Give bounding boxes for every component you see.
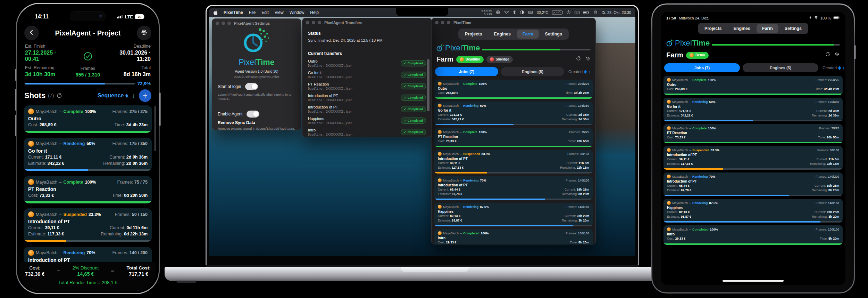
close-icon[interactable] — [435, 21, 439, 24]
menubar-clock[interactable]: Di. 28. Okt. 23:30 — [601, 10, 631, 15]
job-card[interactable]: MayaBatch – Complete 100% Frames: 275/27… — [663, 76, 843, 95]
traffic-lights[interactable] — [435, 21, 450, 24]
scrollbar[interactable] — [427, 59, 429, 111]
shot-card[interactable]: MayaBatch – Suspended 33.3% Frames: 50 /… — [24, 208, 152, 242]
back-button[interactable] — [24, 26, 39, 40]
jobs-list[interactable]: MayaBatch – Complete 100% Frames: 275/27… — [432, 78, 595, 244]
menu-item[interactable]: Window — [290, 10, 304, 15]
home-indicator[interactable] — [723, 280, 784, 282]
jobs-tab[interactable]: Jobs (7) — [435, 67, 498, 76]
engines-tab[interactable]: Engines (5) — [743, 63, 818, 72]
close-icon[interactable] — [216, 22, 219, 25]
transfer-row[interactable]: PT Reaction Deadline: DXXXXXXXX5.json ✓C… — [308, 82, 426, 90]
display-contrast-icon[interactable] — [520, 10, 524, 15]
transfer-row[interactable]: Introduction of PT Deadline: DXXXXXXXX4.… — [308, 94, 426, 102]
transfer-row[interactable]: Introduction of PT Deadline: DXXXXXXXX3.… — [308, 105, 426, 113]
window-titlebar[interactable]: PixelAgent Transfers — [302, 18, 432, 27]
sort-control[interactable]: Created ↑ — [821, 65, 845, 71]
sort-direction-icon[interactable]: ↑ — [588, 69, 591, 74]
shot-card[interactable]: MayaBatch – Complete 100% Frames: 275 / … — [24, 105, 152, 133]
menu-item[interactable]: File — [249, 10, 256, 15]
job-card[interactable]: MayaBatch – Suspended 33.3% Frames: 50/1… — [663, 146, 843, 170]
keyboard-icon[interactable] — [575, 11, 579, 14]
engines-tab[interactable]: Engines (5) — [501, 67, 564, 76]
jobs-tab[interactable]: Jobs (7) — [664, 63, 740, 72]
job-card[interactable]: MayaBatch – Complete 100% Frames: 275/27… — [434, 80, 593, 99]
gear-icon[interactable] — [585, 56, 591, 63]
iphone-volume-down-button[interactable] — [15, 115, 16, 136]
tab[interactable]: Farm — [757, 24, 778, 33]
transfer-row[interactable]: Go for it Deadline: DXXXXXXXX6.json ✓Com… — [308, 71, 426, 79]
window-titlebar[interactable]: PixelAgent Settings — [212, 19, 301, 28]
sort-direction-icon[interactable]: ↓ — [132, 92, 135, 99]
add-shot-button[interactable]: + — [139, 89, 151, 102]
transfer-row[interactable]: Intro Deadline: DXXXXXXXX1.json ✓Complet… — [308, 128, 426, 136]
refresh-icon[interactable] — [825, 51, 831, 59]
job-card[interactable]: MayaBatch – Rendering 70% Frames: 140/20… — [663, 172, 843, 196]
tab[interactable]: Farm — [517, 30, 539, 39]
jobs-list[interactable]: MayaBatch – Complete 100% Frames: 275/27… — [663, 74, 843, 245]
tab[interactable]: Engines — [728, 24, 756, 33]
job-card[interactable]: MayaBatch – Complete 100% Frames: 75/75 … — [434, 128, 593, 147]
battery-icon[interactable] — [583, 11, 590, 14]
transfers-list[interactable]: Outro Deadline: DXXXXXXXX7.json ✓Complet… — [308, 59, 426, 137]
zoom-icon[interactable] — [318, 21, 321, 24]
apple-menu-icon[interactable] — [213, 10, 218, 15]
tab[interactable]: Settings — [540, 30, 568, 39]
sort-control[interactable]: Sequence — [98, 92, 128, 99]
iphone-volume-up-button[interactable] — [15, 89, 16, 111]
zoom-icon[interactable] — [447, 21, 450, 24]
zoom-icon[interactable] — [227, 22, 231, 25]
stack-icon[interactable] — [593, 10, 598, 15]
job-card[interactable]: MayaBatch – Rendering 87.5% Frames: 140/… — [434, 203, 593, 226]
menu-app-name[interactable]: PixelTime — [224, 10, 243, 15]
globe-icon[interactable] — [496, 10, 500, 15]
demo-badge[interactable]: Demo — [686, 52, 709, 59]
transfer-row[interactable]: Happines Deadline: DXXXXXXXX2.json ✓Comp… — [308, 116, 426, 125]
tab[interactable]: Projects — [699, 24, 727, 33]
shot-card[interactable]: MayaBatch – Rendering 50% Frames: 175 / … — [24, 138, 152, 171]
job-card[interactable]: MayaBatch – Completed 100% Frames: 100/1… — [434, 229, 593, 244]
job-card[interactable]: MayaBatch – Rendering 50% Frames: 175/35… — [434, 102, 593, 125]
gear-icon[interactable] — [834, 51, 840, 59]
clock-icon[interactable] — [566, 10, 571, 15]
tab[interactable]: Settings — [779, 24, 807, 33]
minimize-icon[interactable] — [441, 21, 444, 24]
menu-item[interactable]: Edit — [261, 10, 269, 15]
sort-direction-icon[interactable]: ↑ — [842, 65, 845, 71]
job-card[interactable]: MayaBatch – Rendering 50% Frames: 175/35… — [663, 98, 843, 121]
refresh-icon[interactable] — [576, 56, 581, 63]
deadline-badge[interactable]: Deadline — [456, 56, 484, 63]
job-card[interactable]: MayaBatch – Complete 100% Frames: 75/75 … — [663, 124, 843, 143]
menu-item[interactable]: Help — [310, 10, 319, 15]
bluetooth-icon[interactable] — [513, 10, 516, 15]
minimize-icon[interactable] — [312, 21, 315, 24]
menu-item[interactable]: View — [275, 10, 284, 15]
window-titlebar[interactable]: PixelTime — [432, 18, 595, 27]
iphone-power-button[interactable] — [159, 92, 161, 126]
smedge-badge[interactable]: Smedge — [486, 56, 513, 63]
close-icon[interactable] — [306, 21, 309, 24]
enable-agent-toggle[interactable] — [247, 111, 259, 118]
cpu-meter-icon[interactable] — [552, 10, 562, 15]
settings-button[interactable] — [137, 26, 151, 40]
job-card[interactable]: MayaBatch – Suspended 33.3% Frames: 50/1… — [434, 150, 593, 174]
keyboard-brightness-icon[interactable] — [528, 10, 533, 14]
refresh-icon[interactable] — [56, 92, 62, 99]
traffic-lights[interactable] — [216, 22, 231, 25]
ipad-volume-button[interactable] — [854, 45, 856, 59]
start-login-toggle[interactable] — [245, 83, 258, 90]
tab[interactable]: Projects — [459, 30, 487, 39]
transfer-row[interactable]: Outro Deadline: DXXXXXXXX7.json ✓Complet… — [308, 59, 426, 67]
job-card[interactable]: MayaBatch – Rendering 87.5% Frames: 140/… — [663, 199, 843, 223]
traffic-lights[interactable] — [306, 21, 321, 24]
job-card[interactable]: MayaBatch – Completed 100% Frames: 100/1… — [663, 225, 843, 244]
job-card[interactable]: MayaBatch – Rendering 70% Frames: 140/20… — [434, 176, 593, 200]
sort-control[interactable]: Created ↑ — [567, 69, 592, 74]
shot-card[interactable]: MayaBatch – Complete 100% Frames: 75 / 7… — [24, 176, 152, 203]
iphone-action-button[interactable] — [15, 69, 16, 81]
tab[interactable]: Engines — [488, 30, 516, 39]
scrollbar[interactable] — [155, 106, 156, 151]
temperature-label[interactable]: 30,2°C — [537, 10, 549, 15]
network-stats[interactable]: E: 830 B/sA: 0 B/s — [482, 9, 492, 15]
